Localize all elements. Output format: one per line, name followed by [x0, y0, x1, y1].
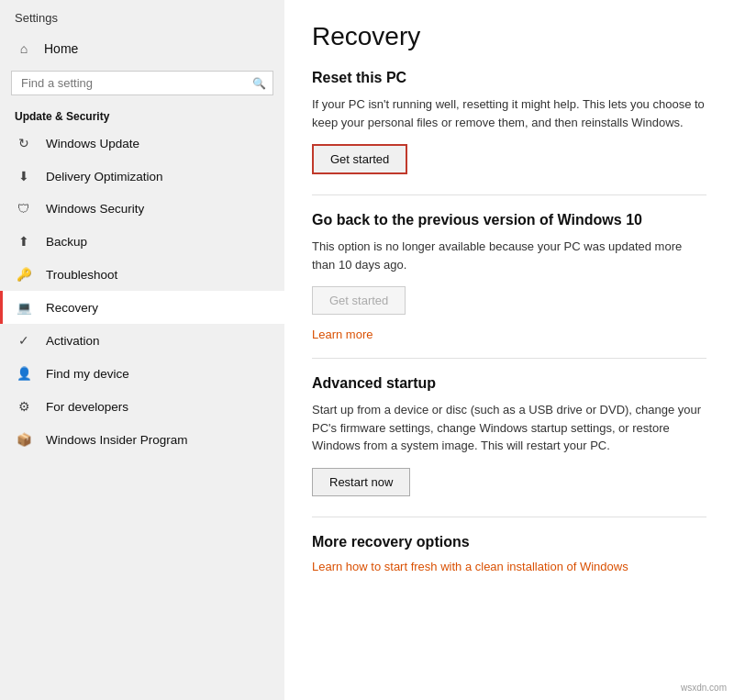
advanced-startup-section: Advanced startup Start up from a device …	[312, 375, 706, 500]
activation-icon: ✓	[15, 333, 33, 348]
reset-pc-title: Reset this PC	[312, 70, 706, 86]
clean-install-link[interactable]: Learn how to start fresh with a clean in…	[312, 560, 706, 573]
page-title: Recovery	[312, 22, 706, 51]
sidebar-item-label: Find my device	[46, 367, 129, 381]
recovery-icon: 💻	[15, 300, 33, 315]
sidebar-item-label: Delivery Optimization	[46, 170, 163, 183]
sidebar-item-label: For developers	[46, 400, 128, 414]
go-back-description: This option is no longer available becau…	[312, 238, 706, 273]
search-box: 🔍	[11, 71, 273, 95]
windows-security-icon: 🛡	[15, 202, 33, 216]
more-options-title: More recovery options	[312, 534, 706, 550]
main-content: Recovery Reset this PC If your PC isn't …	[284, 0, 734, 700]
delivery-optimization-icon: ⬇	[15, 169, 33, 183]
go-back-button: Get started	[312, 286, 406, 315]
sidebar-item-backup[interactable]: ⬆ Backup	[0, 225, 284, 258]
sidebar: Settings ⌂ Home 🔍 Update & Security ↻ Wi…	[0, 0, 284, 700]
sidebar-item-label: Backup	[46, 235, 87, 249]
learn-more-link[interactable]: Learn more	[312, 328, 706, 341]
sidebar-item-delivery-optimization[interactable]: ⬇ Delivery Optimization	[0, 160, 284, 193]
find-device-icon: 👤	[15, 366, 33, 381]
reset-pc-description: If your PC isn't running well, resetting…	[312, 95, 706, 131]
reset-pc-button[interactable]: Get started	[312, 144, 407, 174]
search-input[interactable]	[11, 71, 273, 95]
sidebar-item-label: Recovery	[46, 301, 98, 315]
sidebar-item-find-device[interactable]: 👤 Find my device	[0, 357, 284, 390]
more-options-section: More recovery options Learn how to start…	[312, 534, 706, 573]
divider-2	[312, 358, 706, 359]
sidebar-item-activation[interactable]: ✓ Activation	[0, 324, 284, 357]
divider-1	[312, 194, 706, 195]
sidebar-item-windows-update[interactable]: ↻ Windows Update	[0, 127, 284, 160]
sidebar-item-label: Windows Security	[46, 202, 144, 216]
troubleshoot-icon: 🔑	[15, 267, 33, 282]
advanced-startup-title: Advanced startup	[312, 375, 706, 392]
sidebar-item-for-developers[interactable]: ⚙ For developers	[0, 390, 284, 423]
sidebar-item-label: Activation	[46, 334, 100, 348]
home-icon: ⌂	[15, 41, 33, 56]
advanced-startup-description: Start up from a device or disc (such as …	[312, 401, 706, 455]
backup-icon: ⬆	[15, 234, 33, 249]
sidebar-item-label: Troubleshoot	[46, 268, 117, 282]
sidebar-item-home[interactable]: ⌂ Home	[0, 32, 284, 65]
reset-pc-section: Reset this PC If your PC isn't running w…	[312, 70, 706, 178]
sidebar-item-windows-insider[interactable]: 📦 Windows Insider Program	[0, 423, 284, 456]
sidebar-item-recovery[interactable]: 💻 Recovery	[0, 291, 284, 324]
restart-now-button[interactable]: Restart now	[312, 468, 410, 496]
go-back-section: Go back to the previous version of Windo…	[312, 212, 706, 341]
insider-icon: 📦	[15, 432, 33, 447]
search-icon: 🔍	[252, 77, 266, 90]
sidebar-item-label: Windows Insider Program	[46, 433, 188, 447]
go-back-title: Go back to the previous version of Windo…	[312, 212, 706, 228]
windows-update-icon: ↻	[15, 136, 33, 150]
sidebar-item-label: Windows Update	[46, 137, 139, 150]
home-label: Home	[44, 41, 78, 56]
sidebar-item-windows-security[interactable]: 🛡 Windows Security	[0, 193, 284, 225]
watermark: wsxdn.com	[681, 683, 727, 693]
app-title: Settings	[0, 0, 284, 32]
sidebar-section-header: Update & Security	[0, 105, 284, 127]
divider-3	[312, 517, 706, 517]
developers-icon: ⚙	[15, 399, 33, 414]
sidebar-item-troubleshoot[interactable]: 🔑 Troubleshoot	[0, 258, 284, 291]
